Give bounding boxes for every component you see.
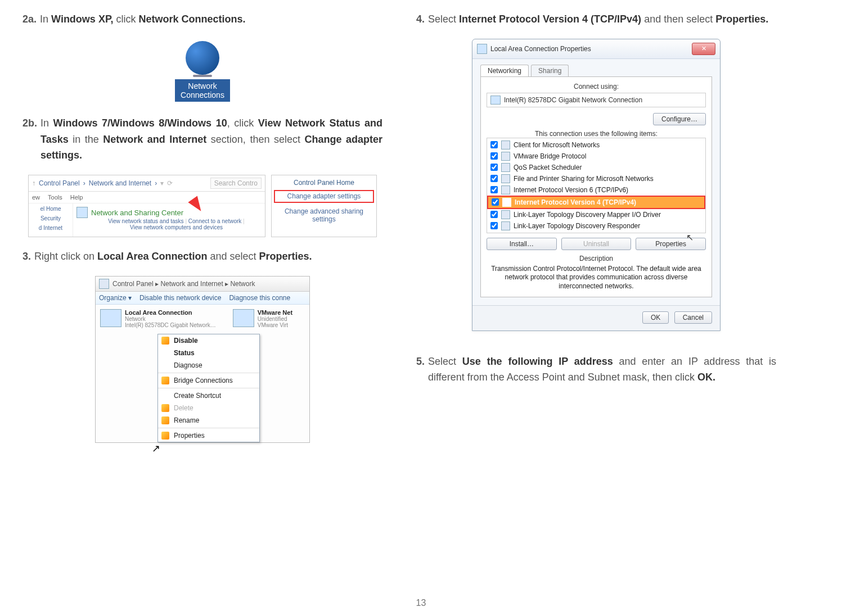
menu-bar: ew Tools Help [29,192,265,203]
diagnose-button[interactable]: Diagnose this conne [229,294,290,302]
item-checkbox[interactable] [490,141,498,148]
control-panel-side-panel: Control Panel Home Change adapter settin… [271,175,377,237]
sidebar-item-internet[interactable]: d Internet [31,225,70,231]
component-icon [501,185,510,194]
item-checkbox[interactable] [490,164,498,171]
description-label: Description [487,255,706,262]
step-text: Select Internet Protocol Version 4 (TCP/… [428,11,776,28]
menu-view[interactable]: ew [32,194,40,201]
page-number: 13 [416,598,426,608]
network-adapter-icon [233,309,254,327]
list-item[interactable]: Link-Layer Topology Discovery Responder [487,220,705,232]
list-item[interactable]: Link-Layer Topology Discovery Mapper I/O… [487,209,705,220]
shield-icon [161,377,169,384]
local-area-connection-figure: Control Panel ▸ Network and Internet ▸ N… [22,276,382,443]
change-advanced-sharing-link[interactable]: Change advanced sharing settings [276,207,372,224]
shield-icon [161,337,169,345]
disable-device-button[interactable]: Disable this network device [139,294,221,302]
item-checkbox[interactable] [490,175,498,182]
control-panel-window: ↑ Control Panel › Network and Internet ›… [28,175,265,237]
item-checkbox[interactable] [490,222,498,229]
list-item[interactable]: Internet Protocol Version 6 (TCP/IPv6) [487,184,705,196]
list-item[interactable]: VMware Bridge Protocol [487,151,705,162]
refresh-icon[interactable]: ⟳ [167,179,173,187]
close-button[interactable]: ✕ [692,43,715,55]
context-menu: Disable Status Diagnose Bridge Connectio… [157,334,260,442]
nav-up-icon[interactable]: ↑ [32,179,35,187]
netconn-label-1: Network [181,81,224,90]
tab-networking[interactable]: Networking [480,65,529,76]
search-input[interactable]: Search Contro [210,178,262,189]
breadcrumb-text[interactable]: Control Panel ▸ Network and Internet ▸ N… [112,280,255,288]
netconn-label-2: Connections [181,90,224,99]
change-adapter-settings-link[interactable]: Change adapter settings [274,190,374,202]
uninstall-button: Uninstall [561,238,632,250]
context-diagnose[interactable]: Diagnose [158,359,259,372]
step-text: In Windows XP, click Network Connections… [40,11,382,28]
breadcrumb-bar: ↑ Control Panel › Network and Internet ›… [29,175,265,192]
sidebar-item-home[interactable]: el Home [31,206,70,212]
network-connections-icon-figure: Network Connections [22,39,382,104]
item-checkbox[interactable] [492,198,499,206]
local-area-connection-item[interactable]: Local Area Connection Network Intel(R) 8… [100,309,216,328]
list-item[interactable]: QoS Packet Scheduler [487,162,705,173]
vmware-adapter-item[interactable]: VMware Net Unidentified VMware Virt [233,309,292,328]
item-checkbox[interactable] [490,152,498,160]
dialog-titlebar: Local Area Connection Properties ✕ [472,39,720,59]
context-disable[interactable]: Disable [158,334,259,347]
menu-help[interactable]: Help [70,194,83,201]
cancel-button[interactable]: Cancel [674,311,712,324]
link-connect-network[interactable]: Connect to a network [188,218,242,224]
step-text: Select Use the following IP address and … [428,354,776,386]
menu-tools[interactable]: Tools [48,194,62,201]
context-status[interactable]: Status [158,347,259,359]
context-shortcut[interactable]: Create Shortcut [158,389,259,402]
ok-button[interactable]: OK [642,311,669,324]
folder-icon [99,279,109,289]
item-checkbox[interactable] [490,186,498,193]
step-2a: 2a. In Windows XP, click Network Connect… [22,11,382,28]
toolbar: Organize ▾ Disable this network device D… [96,292,309,305]
context-delete: Delete [158,402,259,414]
cp-sidebar: el Home Security d Internet [29,203,73,237]
item-checkbox[interactable] [490,211,498,218]
list-item-tcpipv4[interactable]: Internet Protocol Version 4 (TCP/IPv4) [487,196,705,209]
sidebar-item-security[interactable]: Security [31,215,70,221]
link-view-computers[interactable]: View network computers and devices [91,224,262,230]
step-num: 2a. [22,11,37,28]
description-text: Transmission Control Protocol/Internet P… [487,265,706,291]
network-connections-window: Control Panel ▸ Network and Internet ▸ N… [95,276,310,443]
cp-home-header: Control Panel Home [276,179,372,187]
link-view-status[interactable]: View network status and tasks [108,218,183,224]
organize-menu[interactable]: Organize ▾ [99,294,132,302]
tab-strip: Networking Sharing [480,65,712,76]
dialog-title: Local Area Connection Properties [490,45,591,53]
component-icon [502,198,511,207]
context-bridge[interactable]: Bridge Connections [158,374,259,387]
shield-icon [161,404,169,412]
component-icon [501,174,510,183]
tab-pane: Connect using: Intel(R) 82578DC Gigabit … [480,76,712,297]
component-icon [501,163,510,172]
breadcrumb-2[interactable]: Network and Internet [89,179,151,187]
list-item[interactable]: File and Printer Sharing for Microsoft N… [487,173,705,184]
dialog-footer: OK Cancel [472,305,720,330]
cp-main: Network and Sharing Center View network … [73,203,265,237]
context-rename[interactable]: Rename [158,414,259,427]
component-icon [501,141,510,150]
tab-sharing[interactable]: Sharing [531,65,569,76]
globe-icon [186,41,219,75]
network-sharing-center-icon [76,207,88,218]
items-listbox[interactable]: Client for Microsoft Networks VMware Bri… [487,138,706,233]
network-connections-shortcut[interactable]: Network Connections [173,39,232,104]
list-item[interactable]: Client for Microsoft Networks [487,139,705,151]
configure-button[interactable]: Configure… [653,113,706,125]
step-num: 5. [416,354,425,386]
breadcrumb-bar: Control Panel ▸ Network and Internet ▸ N… [96,277,309,292]
install-button[interactable]: Install… [487,238,557,250]
properties-button[interactable]: Properties↖ [636,238,706,250]
network-sharing-center-link[interactable]: Network and Sharing Center [76,207,262,218]
breadcrumb-1[interactable]: Control Panel [39,179,80,187]
context-properties[interactable]: Properties [158,429,259,442]
connection-properties-dialog: Local Area Connection Properties ✕ Netwo… [472,39,721,331]
